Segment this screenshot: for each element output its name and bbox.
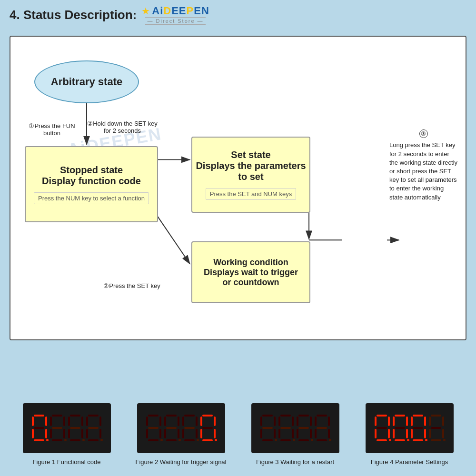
stopped-state-title: Stopped stateDisplay function code [42,165,141,187]
seg-f [315,416,317,426]
digit-fig2-1 [164,415,179,441]
seg-g [317,427,327,429]
figure-item-fig2: Figure 2 Waiting for trigger signal [133,403,228,466]
seg-dot [389,439,391,441]
star-icon: ★ [141,5,150,17]
seg-c [159,429,161,438]
figure-item-fig4: Figure 4 Parameter Settings [362,403,457,466]
figure-item-fig1: Figure 1 Functional code [19,403,114,466]
seg-g [280,427,291,429]
seg-c [424,429,426,438]
seg-e [393,429,395,438]
seg-dot [160,439,163,441]
seg-g [88,427,99,429]
seg-dot [215,439,217,441]
seg-dot [100,439,103,441]
seg-b [424,416,426,426]
svg-line-2 [158,217,190,264]
seg-e [50,429,52,438]
seg-e [164,429,166,438]
seg-c [310,429,312,438]
seg-e [411,429,413,438]
seg-g [34,427,44,429]
figure-caption-fig1: Figure 1 Functional code [32,458,100,466]
seg-d [184,439,195,441]
set-state-box: Set stateDisplays the parametersto set P… [191,137,310,213]
seg-f [164,416,166,426]
seg-b [292,416,294,426]
right-description: ③ Long press the SET key for 2 seconds t… [389,129,458,202]
seg-dot [64,439,67,441]
seg-g [148,427,159,429]
seg-a [262,415,273,416]
seg-b [442,416,444,426]
seg-b [178,416,179,426]
arrow3-label: ②Press the SET key [94,282,170,289]
seg-g [298,427,309,429]
seg-c [45,429,47,438]
seg-a [395,415,405,416]
display-fig2 [137,403,225,453]
seg-b [328,416,330,426]
seg-a [280,415,291,416]
seg-b [310,416,312,426]
digit-fig3-3 [315,415,330,441]
digit-fig4-3 [429,415,444,441]
seg-a [317,415,327,416]
figure-caption-fig4: Figure 4 Parameter Settings [371,458,448,466]
seg-dot [178,439,181,441]
seg-e [260,429,262,438]
set-state-title: Set stateDisplays the parametersto set [196,149,306,182]
seg-g [184,427,195,429]
seg-c [99,429,101,438]
seg-f [146,416,148,426]
seg-d [88,439,99,441]
seg-f [182,416,184,426]
seg-g [431,427,441,429]
display-fig3 [251,403,339,453]
digit-fig2-3 [200,415,216,441]
stopped-state-box: Stopped stateDisplay function code Press… [25,146,158,222]
seg-dot [197,439,199,441]
seg-d [431,439,441,441]
seg-f [260,416,262,426]
seg-g [52,427,62,429]
seg-a [88,415,99,416]
seg-dot [443,439,446,441]
figure-caption-fig2: Figure 2 Waiting for trigger signal [136,458,227,466]
seg-a [377,415,387,416]
working-condition-box: Working conditionDisplays wait to trigge… [191,241,310,303]
seg-e [182,429,184,438]
seg-f [297,416,298,426]
seg-b [99,416,101,426]
display-fig4 [366,403,454,453]
figure-item-fig3: Figure 3 Waiting for a restart [248,403,343,466]
seg-a [298,415,309,416]
working-title: Working conditionDisplays wait to trigge… [204,258,298,288]
seg-a [148,415,159,416]
seg-e [278,429,280,438]
seg-a [34,415,44,416]
seg-c [214,429,216,438]
seg-e [68,429,70,438]
figure-caption-fig3: Figure 3 Waiting for a restart [256,458,334,466]
seg-f [411,416,413,426]
seg-e [32,429,34,438]
seg-b [196,416,198,426]
seg-c [442,429,444,438]
seg-d [262,439,273,441]
arrow1-label: ①Press the FUN button [26,122,78,137]
digit-fig4-0 [375,415,390,441]
seg-a [52,415,62,416]
seg-a [70,415,80,416]
figures-section: Figure 1 Functional codeFigure 2 Waiting… [10,403,466,466]
seg-dot [82,439,85,441]
seg-b [274,416,276,426]
seg-c [406,429,408,438]
seg-g [202,427,213,429]
seg-c [328,429,330,438]
set-state-sub: Press the SET and NUM keys [206,188,296,200]
seg-d [413,439,423,441]
seg-f [375,416,377,426]
seg-g [377,427,387,429]
